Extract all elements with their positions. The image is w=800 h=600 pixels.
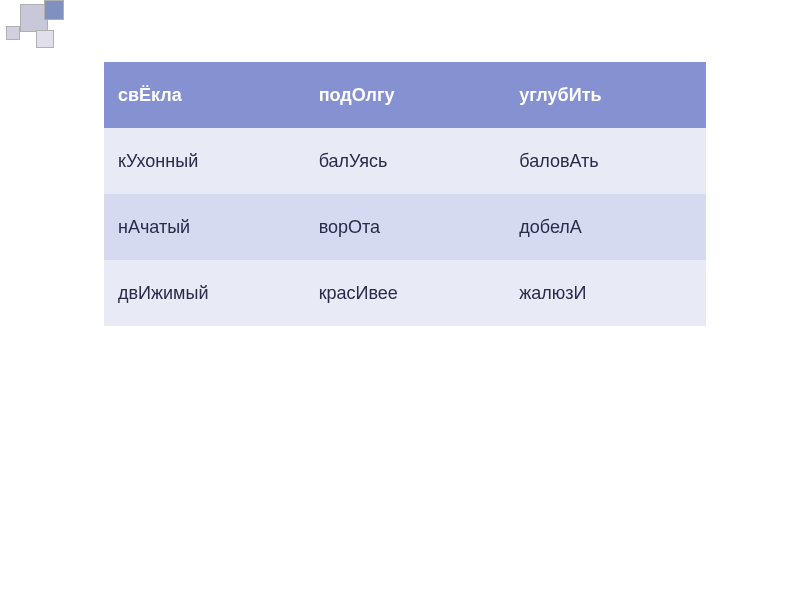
table-row: нАчатый ворОта добелА: [104, 194, 706, 260]
table-cell: ворОта: [305, 194, 506, 260]
table-cell: свЁкла: [104, 62, 305, 128]
table-cell: красИвее: [305, 260, 506, 326]
word-table: свЁкла подОлгу углубИть кУхонный балУясь…: [104, 62, 706, 326]
table-cell: кУхонный: [104, 128, 305, 194]
corner-decoration: [0, 0, 80, 60]
table-cell: балУясь: [305, 128, 506, 194]
deco-square: [6, 26, 20, 40]
deco-square: [44, 0, 64, 20]
table-cell: углубИть: [505, 62, 706, 128]
table-cell: добелА: [505, 194, 706, 260]
table-cell: нАчатый: [104, 194, 305, 260]
table-row: кУхонный балУясь баловАть: [104, 128, 706, 194]
table-cell: подОлгу: [305, 62, 506, 128]
table-row: двИжимый красИвее жалюзИ: [104, 260, 706, 326]
table-cell: жалюзИ: [505, 260, 706, 326]
table-cell: двИжимый: [104, 260, 305, 326]
deco-square: [36, 30, 54, 48]
table-header-row: свЁкла подОлгу углубИть: [104, 62, 706, 128]
table-cell: баловАть: [505, 128, 706, 194]
stress-table: свЁкла подОлгу углубИть кУхонный балУясь…: [104, 62, 706, 326]
